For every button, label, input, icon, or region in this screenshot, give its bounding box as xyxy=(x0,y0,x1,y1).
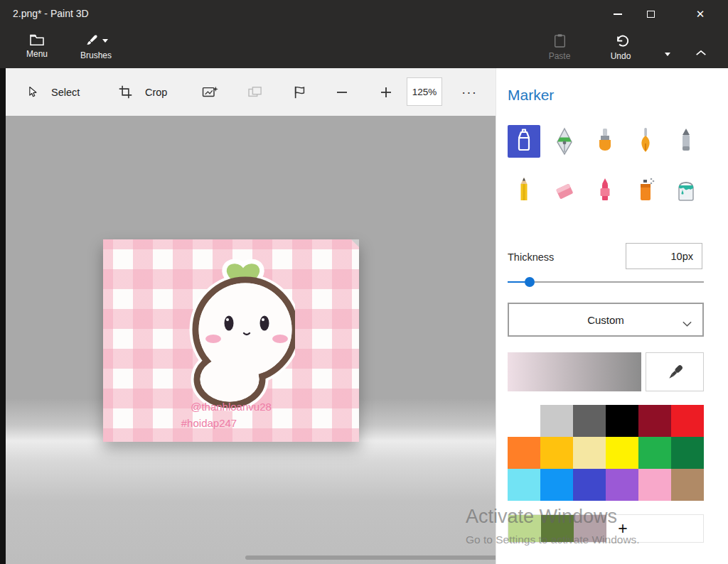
palette-color[interactable] xyxy=(638,437,671,469)
palette-color[interactable] xyxy=(540,405,573,437)
undo-button[interactable]: Undo xyxy=(601,33,641,61)
radish-character xyxy=(174,248,295,411)
color-mode-dropdown[interactable]: Custom xyxy=(508,303,704,337)
chevron-down-icon xyxy=(102,39,108,43)
zoom-in-button[interactable] xyxy=(380,68,392,116)
maximize-button[interactable] xyxy=(634,0,667,28)
fill-bucket-icon xyxy=(670,175,702,207)
brush-oil-brush[interactable] xyxy=(589,125,621,158)
brush-icon xyxy=(85,33,99,48)
eyedropper-button[interactable] xyxy=(646,352,704,391)
undo-label: Undo xyxy=(611,51,631,61)
palette-color[interactable] xyxy=(573,469,606,501)
crop-label[interactable]: Crop xyxy=(145,68,167,116)
palette-color[interactable] xyxy=(508,469,540,501)
palette-color[interactable] xyxy=(671,405,704,437)
paste-label: Paste xyxy=(549,51,571,61)
copy-icon xyxy=(247,86,263,99)
undo-icon xyxy=(614,33,628,48)
color-mode-value: Custom xyxy=(587,314,624,326)
eyedropper-icon xyxy=(663,360,687,384)
titlebar: 2.png* - Paint 3D ✕ xyxy=(0,0,728,28)
brush-watercolor[interactable] xyxy=(629,125,662,158)
zoom-level-field[interactable]: 125% xyxy=(407,77,442,106)
minimize-icon xyxy=(614,13,622,15)
magic-select-icon xyxy=(202,85,219,99)
custom-colors-row: + xyxy=(508,514,704,543)
palette-color[interactable] xyxy=(573,437,606,469)
magic-select-button[interactable] xyxy=(202,68,219,116)
crayon-icon xyxy=(589,175,621,207)
flag-icon xyxy=(293,85,307,99)
window-edge xyxy=(0,68,6,564)
horizontal-scrollbar[interactable] xyxy=(245,555,498,560)
palette-color[interactable] xyxy=(540,469,573,501)
ribbon: Menu Brushes Paste Undo xyxy=(0,28,728,68)
plus-icon xyxy=(380,86,392,99)
brushes-panel: Marker T xyxy=(496,68,728,564)
palette-color[interactable] xyxy=(606,437,638,469)
undo-history-dropdown[interactable] xyxy=(659,45,676,63)
brushes-button[interactable]: Brushes xyxy=(71,33,121,60)
palette-color[interactable] xyxy=(671,437,704,469)
collapse-ribbon-button[interactable] xyxy=(688,44,714,61)
custom-color[interactable] xyxy=(574,515,606,542)
opacity-gradient[interactable] xyxy=(508,352,641,391)
custom-swatches xyxy=(508,515,606,542)
brush-pencil[interactable] xyxy=(508,175,540,207)
cursor-icon xyxy=(26,85,40,99)
pencil-icon xyxy=(508,175,540,207)
thickness-label: Thickness xyxy=(508,251,554,263)
brush-crayon[interactable] xyxy=(589,175,621,207)
shapes-tool-button[interactable] xyxy=(293,68,307,116)
brush-fill[interactable] xyxy=(670,175,702,207)
brush-eraser[interactable] xyxy=(548,175,581,207)
chevron-down-icon xyxy=(682,318,692,330)
palette-color[interactable] xyxy=(540,437,573,469)
select-label[interactable]: Select xyxy=(51,68,80,116)
palette-color[interactable] xyxy=(606,469,638,501)
chevron-up-icon xyxy=(695,49,707,57)
thickness-input[interactable]: 10px xyxy=(626,243,702,269)
pixel-pen-icon xyxy=(670,125,702,158)
select-tool-button[interactable] xyxy=(26,68,40,116)
oil-brush-icon xyxy=(589,125,621,158)
palette-color[interactable] xyxy=(508,437,540,469)
brushes-label: Brushes xyxy=(80,50,112,60)
paint3d-window: 2.png* - Paint 3D ✕ Menu Brushes Paste U… xyxy=(0,0,728,564)
crop-icon xyxy=(118,85,133,99)
maximize-icon xyxy=(647,11,655,18)
brush-spray-can[interactable] xyxy=(629,175,662,207)
canvas-image[interactable]: @thanhloanvu28 #hoidap247 xyxy=(103,239,359,442)
brush-pixel-pen[interactable] xyxy=(670,125,702,158)
palette-color[interactable] xyxy=(671,469,704,501)
close-button[interactable]: ✕ xyxy=(684,0,717,28)
brush-calligraphy-pen[interactable] xyxy=(548,125,581,158)
more-options-button[interactable]: ··· xyxy=(461,68,477,116)
palette-color[interactable] xyxy=(573,405,606,437)
paste-button[interactable]: Paste xyxy=(539,33,580,61)
canvas-area[interactable]: @thanhloanvu28 #hoidap247 xyxy=(6,116,496,564)
copy-canvas-button[interactable] xyxy=(247,68,263,116)
page-curl xyxy=(351,239,359,247)
thickness-slider-thumb[interactable] xyxy=(525,277,535,287)
palette-color[interactable] xyxy=(508,405,540,437)
zoom-out-button[interactable] xyxy=(336,68,348,116)
palette-color[interactable] xyxy=(638,469,671,501)
custom-color[interactable] xyxy=(541,515,574,542)
add-color-button[interactable]: + xyxy=(606,515,639,542)
crop-tool-button[interactable] xyxy=(118,68,133,116)
edit-toolbar: Select Crop 125% ··· xyxy=(6,68,496,116)
calligraphy-pen-icon xyxy=(548,125,581,158)
brush-marker[interactable] xyxy=(508,125,540,158)
folder-icon xyxy=(29,33,45,46)
palette-color[interactable] xyxy=(606,405,638,437)
marker-icon xyxy=(508,125,540,158)
minimize-button[interactable] xyxy=(601,0,634,28)
palette-color[interactable] xyxy=(638,405,671,437)
menu-button[interactable]: Menu xyxy=(17,33,57,59)
spray-can-icon xyxy=(629,175,662,207)
menu-label: Menu xyxy=(26,49,48,59)
thickness-slider[interactable] xyxy=(508,281,704,283)
custom-color[interactable] xyxy=(508,515,541,542)
